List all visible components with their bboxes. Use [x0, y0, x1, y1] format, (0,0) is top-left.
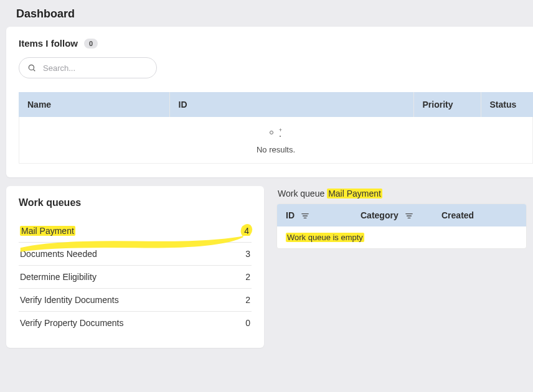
search-input[interactable]: [19, 57, 157, 78]
work-queues-title: Work queues: [19, 197, 252, 208]
work-queue-empty-row: Work queue is empty: [277, 226, 526, 248]
wq-col-id-label: ID: [286, 210, 295, 220]
filter-icon[interactable]: [301, 212, 309, 219]
work-queue-row[interactable]: Mail Payment 4: [19, 220, 252, 243]
column-header-id[interactable]: ID: [169, 92, 413, 117]
work-queue-detail-panel: Work queue Mail Payment ID: [276, 186, 527, 249]
work-queue-row[interactable]: Documents Needed 3: [19, 243, 252, 266]
queue-label: Determine Eligibility: [20, 272, 97, 282]
column-header-status[interactable]: Status: [481, 92, 533, 117]
queue-label: Verify Property Documents: [20, 318, 124, 328]
work-queue-detail-title: Work queue Mail Payment: [278, 189, 527, 198]
sparkle-icon: +: [270, 128, 282, 137]
wq-col-created-label: Created: [441, 210, 474, 220]
items-follow-table: Name ID Priority Status: [19, 92, 533, 117]
work-queue-row[interactable]: Determine Eligibility 2: [19, 266, 252, 289]
search-container: [19, 57, 157, 78]
wq-column-header-category[interactable]: Category: [352, 204, 433, 226]
work-queue-empty-text: Work queue is empty: [286, 233, 364, 242]
items-follow-count-badge: 0: [84, 39, 98, 49]
work-queue-detail-table-wrap: ID: [276, 203, 527, 249]
work-queues-list: Mail Payment 4 Documents Needed 3 Determ…: [19, 220, 252, 334]
no-results-text: No results.: [257, 145, 295, 154]
work-queue-detail-prefix: Work queue: [278, 189, 324, 198]
items-follow-header: Items I follow 0: [19, 38, 533, 49]
column-header-priority[interactable]: Priority: [413, 92, 481, 117]
work-queue-detail-name: Mail Payment: [327, 189, 382, 198]
queue-count: 4: [243, 226, 250, 236]
queue-count: 2: [245, 272, 250, 282]
queue-label: Documents Needed: [20, 249, 97, 259]
wq-column-header-created[interactable]: Created: [433, 204, 526, 226]
page-title: Dashboard: [0, 0, 533, 27]
wq-column-header-id[interactable]: ID: [277, 204, 352, 226]
items-follow-card: Items I follow 0 Name ID Priority Status…: [6, 27, 533, 177]
queue-count: 0: [245, 318, 250, 328]
wq-col-category-label: Category: [361, 210, 399, 220]
queue-count: 3: [245, 249, 250, 259]
items-follow-empty: + No results.: [19, 117, 533, 164]
svg-line-1: [34, 70, 35, 72]
column-header-name[interactable]: Name: [19, 92, 169, 117]
queue-count: 2: [245, 295, 250, 305]
filter-icon[interactable]: [405, 212, 413, 219]
queue-label: Mail Payment: [20, 226, 75, 236]
svg-point-0: [29, 65, 34, 70]
work-queue-detail-table: ID: [277, 204, 526, 226]
work-queue-row[interactable]: Verify Identity Documents 2: [19, 289, 252, 312]
queue-label: Verify Identity Documents: [20, 295, 119, 305]
work-queue-row[interactable]: Verify Property Documents 0: [19, 312, 252, 334]
work-queues-card: Work queues Mail Payment 4 Documents Nee…: [6, 186, 264, 348]
items-follow-title: Items I follow: [19, 38, 78, 49]
